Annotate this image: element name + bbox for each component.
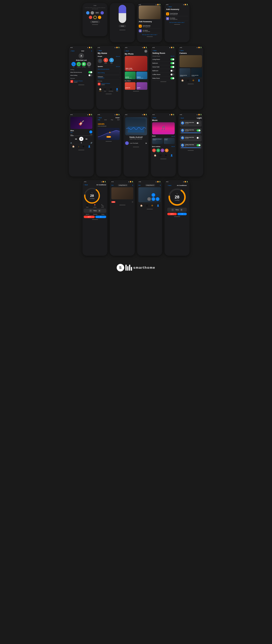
choose-see-all[interactable]: See all xyxy=(170,56,174,57)
prev-btn[interactable]: ⏮ xyxy=(75,138,77,140)
color-red[interactable] xyxy=(89,16,92,19)
lr-edit-btn[interactable]: Edit xyxy=(138,184,140,186)
s12-back[interactable]: ‹ Back xyxy=(152,117,175,119)
ac-on-btn[interactable]: ⏻ ON xyxy=(84,216,95,218)
color-orange[interactable] xyxy=(98,16,101,19)
coffee-toggle[interactable] xyxy=(170,74,174,76)
camera-sub-1[interactable]: Living room fan Paused xyxy=(180,68,190,77)
s8-nav-user[interactable]: 👤 xyxy=(198,79,200,82)
ac-action-location[interactable]: 📍 Location xyxy=(93,204,96,208)
arrow-right-btn[interactable]: → xyxy=(156,197,160,201)
allow-editing-row[interactable]: Allow Editing › xyxy=(98,72,120,74)
s13-back[interactable]: ‹ Back xyxy=(180,117,184,119)
nav-automation[interactable]: ⚙ Automation xyxy=(109,88,113,92)
people-see-all[interactable]: See all xyxy=(116,56,120,57)
s17-back[interactable]: ‹ Back Air Conditioner xyxy=(166,184,188,186)
pnav-user[interactable]: 👤 xyxy=(88,145,90,148)
living-dropdown[interactable]: Living Room ▾ xyxy=(118,184,128,186)
fan2-slider[interactable] xyxy=(181,132,200,133)
color-yellow-outline[interactable] xyxy=(94,16,97,19)
color-purple[interactable] xyxy=(100,11,104,14)
s16-nav-user[interactable]: 👤 xyxy=(157,204,159,207)
twitter-album[interactable]: Twitter 234 xyxy=(136,82,147,90)
bathroom-toggle[interactable] xyxy=(170,70,174,72)
remove-person-row[interactable]: 🗑 Remove Person Aladdin › xyxy=(98,82,120,86)
s8-nav-home[interactable]: 🏠 xyxy=(181,79,184,82)
fan2-toggle[interactable] xyxy=(196,129,200,132)
pnav-home[interactable]: 🏠 xyxy=(72,145,75,148)
brightness-button[interactable]: Brightness xyxy=(90,20,100,23)
month-may[interactable]: May xyxy=(111,119,113,120)
lr-add-btn[interactable]: + xyxy=(160,184,161,186)
nav-home[interactable]: 🏠 Home xyxy=(99,88,102,92)
living-toggle[interactable] xyxy=(170,58,174,60)
fan1-toggle[interactable] xyxy=(196,122,200,124)
s12-nav-auto[interactable]: ⚙ xyxy=(165,154,167,156)
s16-nav-scan[interactable]: ⊡ xyxy=(146,204,148,207)
s4-add-icon[interactable]: + xyxy=(91,50,92,52)
pnav-auto[interactable]: ⚙ xyxy=(82,145,84,148)
fan4-toggle[interactable] xyxy=(196,144,200,146)
arrow-down-btn[interactable]: ↓ xyxy=(152,197,155,201)
action-call[interactable]: 📞 Call xyxy=(72,62,76,68)
s5-back[interactable]: ‹ Back xyxy=(98,50,120,52)
news-card-2[interactable]: Living R Paused xyxy=(164,138,175,144)
ac2-fav-btn[interactable]: ★ xyxy=(178,213,187,215)
s8-nav-scan[interactable]: ⊡ xyxy=(187,79,189,82)
news-card-1[interactable]: Living Room Hompod Paused xyxy=(152,138,163,144)
best-see-all[interactable]: See all xyxy=(171,146,174,147)
s14-back[interactable]: ‹ Back Air Conditioner xyxy=(84,184,106,186)
s4-back[interactable]: ‹ Back xyxy=(70,50,74,52)
next-btn[interactable]: ⏭ xyxy=(86,138,88,140)
allow-remote-row[interactable]: Allow Remote Access › xyxy=(98,68,120,70)
month-april[interactable]: April xyxy=(117,119,120,120)
s16-nav-auto[interactable]: ⚙ xyxy=(151,204,153,207)
arrow-left-btn[interactable]: ← xyxy=(147,197,151,201)
snapchat-album[interactable]: Snapchat 10 xyxy=(125,82,136,90)
ac-fav-btn[interactable]: ★ xyxy=(95,216,106,218)
s16-nav-home[interactable]: 🏠 xyxy=(140,204,143,207)
month-july[interactable]: July xyxy=(98,119,100,120)
remove-row[interactable]: 🗑 Remove Person Aladdin › xyxy=(70,80,92,84)
bedroom-toggle[interactable] xyxy=(170,62,174,64)
play-pause-btn[interactable]: ⏸ xyxy=(79,137,84,141)
grid-icon[interactable]: ⊞ xyxy=(132,201,133,203)
ac-action-email[interactable]: ✉ Email xyxy=(86,204,88,208)
detail-button[interactable]: Detail xyxy=(118,25,126,27)
ac2-on-btn[interactable]: ⏻ ON xyxy=(167,213,177,215)
ac-plus-btn[interactable]: + xyxy=(98,209,101,212)
s12-nav-user[interactable]: 👤 xyxy=(170,154,173,156)
camera-sub-2[interactable]: Living room fan Paused xyxy=(191,68,202,77)
add-person-col[interactable]: + xyxy=(98,59,102,63)
speaker-see-all[interactable]: See all xyxy=(116,66,120,67)
action-send[interactable]: ✉ Send xyxy=(87,62,91,68)
ac-action-phone[interactable]: 📞 Phone xyxy=(101,204,104,208)
ac2-minus-btn[interactable]: − xyxy=(171,208,174,211)
player-progress-bar[interactable] xyxy=(70,136,92,136)
playlist-play-btn[interactable]: ▶ xyxy=(146,142,147,144)
color-gray[interactable] xyxy=(91,11,94,14)
acc-scan-link[interactable]: Don't you have a code or scan ? xyxy=(139,34,161,35)
living-add-btn[interactable]: + xyxy=(132,184,133,186)
ac-minus-btn[interactable]: − xyxy=(89,209,92,212)
action-message[interactable]: 💬 Message xyxy=(82,62,86,68)
nav-jope[interactable]: 👤 Jope xyxy=(116,88,118,92)
s6-back[interactable]: ‹ Back xyxy=(125,50,129,52)
s7-back[interactable]: ‹ Back xyxy=(152,50,174,52)
s8-back[interactable]: ‹ Back xyxy=(180,50,202,52)
remote-access-toggle[interactable] xyxy=(88,71,92,73)
fan1-slider[interactable] xyxy=(181,125,200,126)
edit-button[interactable]: EDIT xyxy=(95,12,100,14)
fan3-toggle[interactable] xyxy=(196,137,200,139)
wallpaper-sub[interactable]: Choose photo xyxy=(98,78,104,78)
news-see-all[interactable]: See all xyxy=(171,136,174,137)
editing-toggle[interactable] xyxy=(88,74,92,76)
fan3-slider[interactable] xyxy=(181,140,200,140)
color-blue[interactable] xyxy=(86,11,90,14)
pnav-music[interactable]: ♪ xyxy=(78,145,79,148)
living-edit-btn[interactable]: Edit xyxy=(111,184,114,186)
homefield-toggle[interactable] xyxy=(170,66,174,68)
action-facetime[interactable]: 📹 Facetime xyxy=(76,62,81,68)
ac2-plus-btn[interactable]: + xyxy=(180,208,183,211)
s8-nav-auto[interactable]: ⚙ xyxy=(192,79,194,82)
